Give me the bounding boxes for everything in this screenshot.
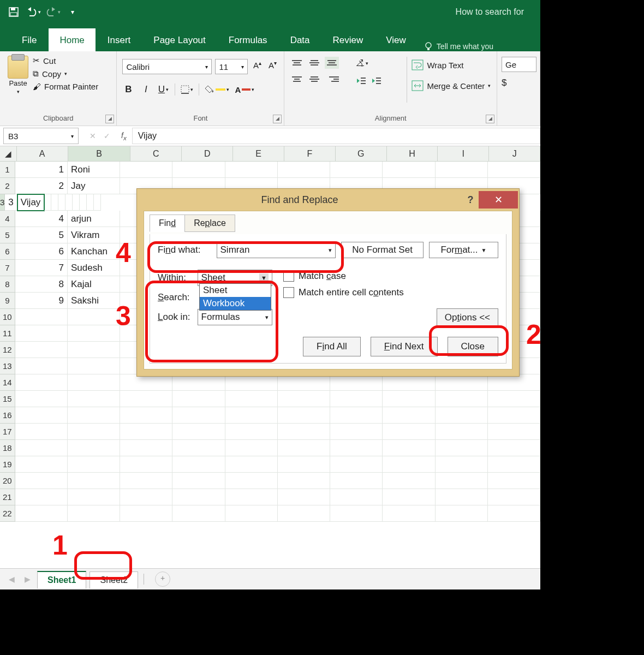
col-header[interactable]: G: [336, 146, 387, 162]
tab-data[interactable]: Data: [279, 28, 321, 51]
cell[interactable]: [120, 391, 172, 407]
cell[interactable]: [68, 440, 120, 456]
row-header[interactable]: 2: [0, 178, 15, 194]
row-header[interactable]: 8: [0, 276, 15, 293]
qat-customize-icon[interactable]: ▾: [64, 4, 81, 20]
cell[interactable]: [120, 374, 172, 391]
cell[interactable]: 7: [15, 260, 68, 276]
cell[interactable]: [488, 374, 540, 391]
cell[interactable]: [278, 424, 330, 440]
cell[interactable]: [44, 194, 51, 211]
col-header[interactable]: J: [489, 146, 540, 162]
cell[interactable]: [383, 407, 435, 424]
cancel-icon[interactable]: ✕: [90, 132, 96, 140]
tab-find[interactable]: Find: [150, 215, 185, 232]
cell[interactable]: [436, 391, 488, 407]
cell[interactable]: [58, 194, 65, 211]
cell[interactable]: [120, 407, 172, 424]
cell[interactable]: [15, 358, 68, 374]
cell[interactable]: [225, 374, 278, 391]
cell[interactable]: [172, 162, 225, 178]
cell[interactable]: [488, 489, 540, 505]
cell[interactable]: [383, 162, 435, 178]
increase-indent-icon[interactable]: [371, 74, 383, 87]
increase-font-icon[interactable]: A▴: [251, 60, 263, 73]
row-header[interactable]: 17: [0, 424, 15, 440]
cell[interactable]: [436, 440, 488, 456]
col-header[interactable]: F: [284, 146, 336, 162]
align-top-icon[interactable]: [290, 57, 304, 69]
col-header[interactable]: D: [182, 146, 233, 162]
sheet-nav-prev[interactable]: ◀: [5, 575, 18, 583]
row-header[interactable]: 14: [0, 374, 15, 391]
cell[interactable]: [65, 194, 73, 211]
row-header[interactable]: 13: [0, 358, 15, 374]
cell[interactable]: [120, 424, 172, 440]
cell[interactable]: 6: [15, 243, 68, 260]
new-sheet-button[interactable]: +: [155, 571, 170, 587]
cell[interactable]: [436, 489, 488, 505]
cell[interactable]: [278, 391, 330, 407]
border-button[interactable]: ▾: [181, 83, 193, 96]
number-format-select[interactable]: Ge: [502, 57, 536, 72]
cell[interactable]: [383, 440, 435, 456]
cell[interactable]: [278, 440, 330, 456]
within-option-sheet[interactable]: Sheet: [200, 284, 271, 297]
tab-home[interactable]: Home: [49, 28, 95, 51]
cell[interactable]: [330, 489, 383, 505]
cell[interactable]: [330, 424, 383, 440]
dialog-launcher-icon[interactable]: ◢: [273, 115, 282, 123]
cell[interactable]: 4: [15, 211, 68, 227]
cell[interactable]: [383, 489, 435, 505]
cell[interactable]: [278, 505, 330, 522]
cell[interactable]: [330, 374, 383, 391]
cell[interactable]: [15, 440, 68, 456]
select-all-corner[interactable]: ◢: [0, 146, 17, 162]
align-bottom-icon[interactable]: [325, 57, 339, 69]
row-header[interactable]: 11: [0, 325, 15, 342]
cell[interactable]: [120, 473, 172, 489]
cell[interactable]: [383, 473, 435, 489]
cell[interactable]: [68, 489, 120, 505]
cell[interactable]: [68, 358, 120, 374]
within-option-workbook[interactable]: Workbook: [200, 297, 271, 310]
cell[interactable]: [278, 374, 330, 391]
find-all-button[interactable]: Find All: [303, 337, 361, 356]
cell[interactable]: [488, 440, 540, 456]
sheet-nav-next[interactable]: ▶: [21, 575, 34, 583]
cell[interactable]: Sakshi: [68, 293, 120, 309]
cell[interactable]: [172, 374, 225, 391]
fx-icon[interactable]: fx: [121, 131, 127, 141]
cell[interactable]: 2: [15, 178, 68, 194]
cell[interactable]: [15, 325, 68, 342]
col-header[interactable]: I: [438, 146, 489, 162]
underline-button[interactable]: U▾: [157, 83, 169, 96]
cell[interactable]: Roni: [68, 162, 120, 178]
tab-file[interactable]: File: [11, 28, 47, 51]
tab-formulas[interactable]: Formulas: [218, 28, 278, 51]
cell[interactable]: [172, 473, 225, 489]
row-header[interactable]: 6: [0, 243, 15, 260]
cell[interactable]: [225, 424, 278, 440]
row-header[interactable]: 20: [0, 473, 15, 489]
cell[interactable]: [488, 391, 540, 407]
cell[interactable]: [68, 325, 120, 342]
cell[interactable]: [120, 489, 172, 505]
cell[interactable]: [94, 194, 101, 211]
cell[interactable]: [172, 440, 225, 456]
row-header[interactable]: 10: [0, 309, 15, 325]
row-header[interactable]: 19: [0, 456, 15, 473]
cell[interactable]: [172, 456, 225, 473]
cell[interactable]: [87, 194, 94, 211]
cell[interactable]: [15, 489, 68, 505]
formula-input[interactable]: Vijay: [132, 128, 540, 144]
row-header[interactable]: 21: [0, 489, 15, 505]
cell[interactable]: [68, 505, 120, 522]
format-button[interactable]: Format...▼: [429, 242, 498, 258]
cell[interactable]: [15, 505, 68, 522]
fill-color-button[interactable]: ▾: [205, 83, 229, 96]
cell[interactable]: [383, 391, 435, 407]
row-header[interactable]: 16: [0, 407, 15, 424]
cell[interactable]: 5: [15, 227, 68, 243]
name-box[interactable]: B3▾: [3, 128, 79, 144]
